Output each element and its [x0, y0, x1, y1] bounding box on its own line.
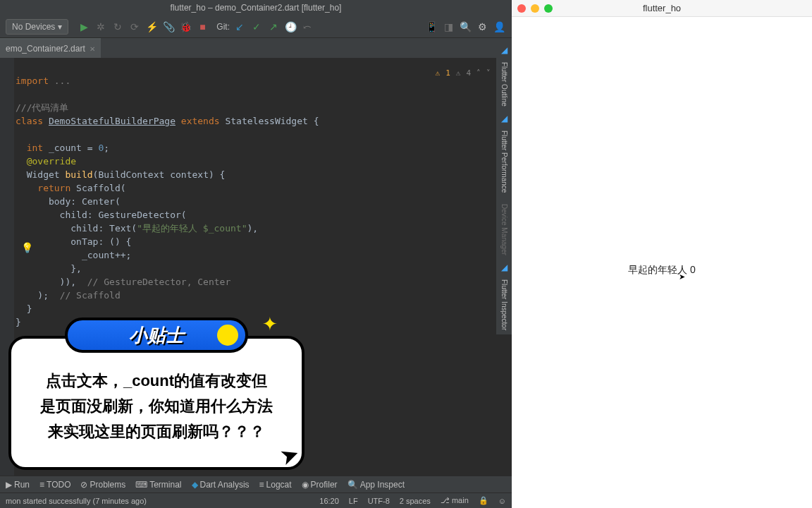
terminal-icon: ⌨	[135, 480, 147, 490]
todo-tab[interactable]: ≡TODO	[39, 480, 70, 490]
tip-text: 点击文本，_count的值有改变但 是页面没刷新，你知道用什么方法 来实现这里的…	[27, 368, 286, 445]
line-separator[interactable]: LF	[349, 497, 358, 505]
right-tool-strip: ◢ Flutter Outline ◢ Flutter Performance …	[496, 42, 512, 334]
flutter-outline-tab[interactable]: Flutter Outline	[499, 58, 510, 111]
rollback-icon[interactable]: ⤺	[300, 20, 314, 34]
simulator-title: flutter_ho	[643, 3, 681, 13]
ide-title: flutter_ho – demo_Container2.dart [flutt…	[171, 3, 342, 13]
git-label: Git:	[216, 22, 230, 32]
code-content: import ... ///代码清单 class DemoStatefulBui…	[0, 58, 512, 345]
dart-icon: ◆	[192, 480, 198, 490]
minimize-window-icon[interactable]	[531, 4, 539, 13]
device-dropdown-label: No Devices	[12, 22, 55, 32]
dart-analysis-tab[interactable]: ◆Dart Analysis	[192, 480, 250, 490]
flutter-icon: ◢	[499, 262, 509, 272]
hot-reload-icon[interactable]: ⚡	[144, 20, 159, 34]
settings-icon[interactable]: ⚙	[475, 20, 489, 34]
problems-icon: ⊘	[80, 480, 87, 490]
git-branch[interactable]: ⎇ main	[441, 496, 469, 505]
warning-count: 1	[445, 66, 450, 80]
flutter-icon: ◢	[499, 45, 509, 55]
indent[interactable]: 2 spaces	[400, 497, 431, 505]
avatar-icon[interactable]: 👤	[492, 20, 506, 34]
logcat-tab[interactable]: ≡Logcat	[259, 480, 292, 490]
problems-tab[interactable]: ⊘Problems	[80, 480, 125, 490]
tip-header: 小贴士	[65, 318, 248, 353]
flutter-icon: ◢	[499, 114, 509, 123]
profiler-tab[interactable]: ◉Profiler	[302, 480, 338, 490]
nav-down-icon[interactable]: ˅	[486, 66, 491, 80]
history-icon[interactable]: 🕘	[283, 20, 297, 34]
file-tab-label: emo_Container2.dart	[6, 44, 85, 54]
device-manager-tab[interactable]: Device Manager	[499, 200, 510, 260]
maximize-window-icon[interactable]	[544, 4, 553, 13]
device-dropdown[interactable]: No Devices ▾	[6, 19, 68, 35]
simulator-titlebar: flutter_ho	[512, 0, 812, 17]
status-message: mon started successfully (7 minutes ago)	[6, 497, 147, 505]
ide-toolbar: No Devices ▾ ▶ ✲ ↻ ⟳ ⚡ 📎 🐞 ■ Git: ↙ ✓ ↗ …	[0, 16, 512, 38]
cube-icon[interactable]: ◨	[441, 20, 455, 34]
close-icon[interactable]: ✕	[90, 45, 95, 53]
git-pull-icon[interactable]: ↙	[233, 20, 247, 34]
restart-icon[interactable]: ⟳	[128, 20, 142, 34]
debug-icon[interactable]: 🐞	[178, 20, 192, 34]
tip-title: 小贴士	[129, 323, 184, 348]
git-commit-icon[interactable]: ✓	[250, 20, 264, 34]
editor-tab-bar: emo_Container2.dart ✕	[0, 38, 512, 58]
terminal-tab[interactable]: ⌨Terminal	[135, 480, 181, 490]
weak-warning-count: 4	[466, 66, 471, 80]
device-frame-icon[interactable]: 📱	[424, 20, 438, 34]
face-icon[interactable]: ☺	[498, 497, 506, 505]
todo-icon: ≡	[39, 480, 44, 490]
stop-icon[interactable]: ■	[195, 20, 209, 34]
file-tab[interactable]: emo_Container2.dart ✕	[0, 38, 101, 58]
inspection-badge[interactable]: ⚠ 1 ⚠ 4 ˄ ˅	[436, 66, 491, 80]
app-inspection-tab[interactable]: 🔍App Inspect	[347, 480, 405, 490]
flutter-inspector-tab[interactable]: Flutter Inspector	[499, 275, 510, 334]
simulator-window: flutter_ho 早起的年轻人 0 ➤	[512, 0, 812, 508]
git-push-icon[interactable]: ↗	[266, 20, 281, 34]
weak-warning-icon: ⚠	[456, 66, 461, 80]
intention-bulb-icon[interactable]: 💡	[21, 241, 33, 255]
warning-icon: ⚠	[436, 66, 441, 80]
app-text[interactable]: 早起的年轻人 0	[628, 264, 696, 277]
gear-run-icon[interactable]: ✲	[94, 20, 108, 34]
tip-body: 点击文本，_count的值有改变但 是页面没刷新，你知道用什么方法 来实现这里的…	[8, 336, 304, 470]
inspect-icon: 🔍	[347, 480, 358, 490]
ide-titlebar: flutter_ho – demo_Container2.dart [flutt…	[0, 0, 512, 16]
nav-up-icon[interactable]: ˄	[476, 66, 481, 80]
yellow-dot-icon	[217, 325, 238, 346]
attach-icon[interactable]: 📎	[161, 20, 176, 34]
bottom-tool-bar: ▶Run ≡TODO ⊘Problems ⌨Terminal ◆Dart Ana…	[0, 476, 512, 492]
lock-icon[interactable]: 🔒	[479, 496, 488, 505]
close-window-icon[interactable]	[517, 4, 526, 13]
flutter-performance-tab[interactable]: Flutter Performance	[499, 126, 510, 197]
run-icon: ▶	[6, 480, 12, 490]
mouse-cursor-icon: ➤	[679, 272, 685, 282]
search-icon[interactable]: 🔍	[458, 20, 472, 34]
rerun-icon[interactable]: ↻	[111, 20, 125, 34]
chevron-down-icon: ▾	[58, 22, 62, 32]
encoding[interactable]: UTF-8	[368, 497, 390, 505]
tip-overlay: ✦ 小贴士 点击文本，_count的值有改变但 是页面没刷新，你知道用什么方法 …	[8, 318, 304, 470]
run-tab[interactable]: ▶Run	[6, 480, 30, 490]
run-icon[interactable]: ▶	[77, 20, 91, 34]
profiler-icon: ◉	[302, 480, 309, 490]
app-body[interactable]: 早起的年轻人 0 ➤	[512, 17, 812, 508]
cursor-position[interactable]: 16:20	[319, 497, 339, 505]
pointer-cursor-icon: ➤	[276, 440, 302, 471]
sparkle-icon: ✦	[262, 313, 278, 335]
status-bar: mon started successfully (7 minutes ago)…	[0, 492, 512, 508]
logcat-icon: ≡	[259, 480, 264, 490]
